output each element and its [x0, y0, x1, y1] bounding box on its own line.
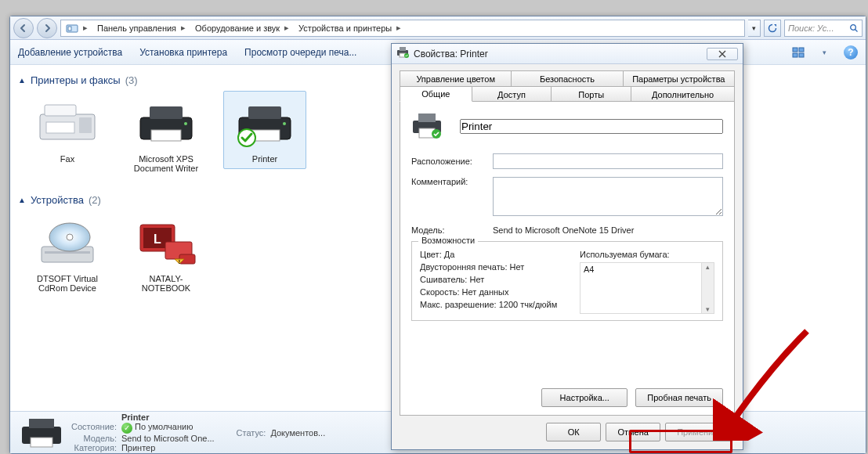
cap-speed: Скорость: Нет данных: [420, 287, 572, 297]
device-item-fax[interactable]: Fax: [26, 91, 109, 169]
tab-general[interactable]: Общие: [400, 86, 472, 102]
cmd-install-printer[interactable]: Установка принтера: [139, 47, 227, 58]
refresh-button[interactable]: [764, 20, 781, 37]
close-button[interactable]: [707, 48, 738, 60]
tab-sharing[interactable]: Доступ: [472, 86, 552, 102]
svg-rect-5: [799, 48, 804, 52]
svg-point-24: [67, 234, 73, 240]
svg-rect-10: [79, 117, 92, 133]
svg-rect-35: [400, 47, 406, 51]
location-input[interactable]: [493, 153, 723, 169]
printer-icon: [128, 96, 204, 153]
details-state-label: Состояние:: [71, 422, 117, 433]
arrow-right-icon: [42, 23, 52, 33]
refresh-icon: [768, 23, 777, 33]
disclosure-icon: ▲: [18, 76, 26, 85]
details-printer-icon: [18, 416, 65, 450]
ok-button[interactable]: ОК: [546, 423, 601, 441]
paper-listbox[interactable]: A4 ▴▾: [580, 262, 714, 314]
view-options-dropdown[interactable]: ▾: [823, 49, 826, 56]
details-status-value: Документов...: [270, 428, 325, 438]
svg-rect-33: [31, 438, 52, 447]
svg-rect-14: [151, 130, 181, 141]
device-label: Printer: [252, 154, 277, 164]
svg-rect-22: [45, 251, 90, 254]
arrow-left-icon: [19, 23, 28, 33]
svg-rect-39: [418, 114, 436, 122]
search-input[interactable]: Поиск: Ус...: [784, 20, 863, 37]
svg-rect-17: [248, 106, 281, 119]
svg-rect-11: [46, 122, 74, 133]
group-printers-count: (3): [125, 74, 138, 86]
capabilities-group: Возможности Цвет: Да Двусторонняя печать…: [411, 241, 723, 321]
details-category-value: Принтер: [121, 443, 215, 452]
printer-default-icon: [227, 96, 302, 153]
location-label: Расположение:: [411, 157, 485, 166]
device-label: NATALY-NOTEBOOK: [127, 274, 205, 293]
cmd-add-device[interactable]: Добавление устройства: [18, 47, 122, 58]
tab-advanced[interactable]: Дополнительно: [631, 86, 735, 102]
tab-ports[interactable]: Порты: [551, 86, 631, 102]
view-icon: [792, 47, 805, 58]
cancel-button[interactable]: Отмена: [606, 423, 660, 441]
test-page-button[interactable]: Пробная печать: [635, 388, 723, 407]
cap-stapler: Сшиватель: Нет: [420, 275, 572, 284]
svg-text:L: L: [154, 232, 161, 246]
svg-rect-9: [45, 105, 76, 116]
svg-text:!: !: [179, 259, 180, 265]
cap-color: Цвет: Да: [420, 250, 572, 259]
view-options-button[interactable]: [790, 45, 807, 60]
cdrom-drive-icon: [30, 216, 105, 272]
details-state-value: По умолчанию: [135, 422, 193, 431]
paper-item: A4: [584, 265, 594, 274]
comment-input[interactable]: [493, 177, 723, 216]
breadcrumb[interactable]: ▸ Панель управления▸ Оборудование и звук…: [60, 20, 745, 37]
printer-large-icon: [411, 113, 443, 139]
model-label: Модель:: [411, 225, 485, 235]
cap-duplex: Двусторонняя печать: Нет: [420, 262, 572, 272]
svg-rect-6: [793, 53, 797, 57]
search-icon: [849, 23, 859, 33]
scrollbar[interactable]: ▴▾: [701, 263, 714, 313]
forward-button[interactable]: [37, 18, 57, 38]
svg-rect-32: [29, 419, 54, 428]
check-icon: ✓: [121, 423, 132, 434]
breadcrumb-control-panel[interactable]: Панель управления: [97, 23, 176, 33]
cmd-view-queue[interactable]: Просмотр очереди печа...: [244, 47, 356, 58]
tab-color-management[interactable]: Управление цветом: [400, 70, 512, 86]
device-item-printer[interactable]: Printer: [223, 91, 306, 169]
svg-rect-4: [793, 48, 797, 52]
dialog-titlebar[interactable]: Свойства: Printer: [392, 44, 743, 64]
dialog-title: Свойства: Printer: [414, 49, 488, 59]
computer-icon: L!: [128, 216, 204, 272]
printer-properties-dialog: Свойства: Printer Управление цветом Безо…: [391, 43, 743, 450]
breadcrumb-devices-printers[interactable]: Устройства и принтеры: [298, 23, 392, 33]
group-printers-label: Принтеры и факсы: [31, 74, 121, 86]
back-button[interactable]: [13, 18, 34, 38]
device-item-xps[interactable]: Microsoft XPS Document Writer: [125, 91, 208, 178]
printer-small-icon: [396, 47, 409, 60]
devices-folder-icon: [66, 22, 78, 34]
details-name: Printer: [121, 413, 215, 422]
paper-label: Используемая бумага:: [580, 250, 714, 259]
cap-maxres: Макс. разрешение: 1200 тчк/дюйм: [420, 300, 572, 309]
device-label: Microsoft XPS Document Writer: [127, 154, 205, 173]
device-item-nataly[interactable]: L! NATALY-NOTEBOOK: [125, 211, 208, 298]
group-devices-count: (2): [89, 194, 101, 206]
model-value: Send to Microsoft OneNote 15 Driver: [493, 225, 634, 235]
tab-page-general: Расположение: Комментарий: Модель: Send …: [400, 101, 735, 416]
device-label: DTSOFT Virtual CdRom Device: [28, 274, 107, 293]
printer-name-input[interactable]: [460, 119, 723, 134]
comment-label: Комментарий:: [411, 177, 485, 186]
tab-security[interactable]: Безопасность: [511, 70, 623, 86]
breadcrumb-dropdown[interactable]: ▾: [748, 20, 761, 37]
device-item-dtsoft[interactable]: DTSOFT Virtual CdRom Device: [26, 211, 109, 298]
help-button[interactable]: ?: [844, 45, 858, 59]
dialog-button-row: ОК Отмена Применить: [392, 416, 743, 448]
apply-button[interactable]: Применить: [665, 423, 733, 441]
settings-button[interactable]: Настройка...: [541, 388, 627, 407]
group-devices-label: Устройства: [31, 194, 84, 206]
tab-device-settings[interactable]: Параметры устройства: [623, 70, 735, 86]
breadcrumb-hardware-sound[interactable]: Оборудование и звук: [195, 23, 280, 33]
details-model-value: Send to Microsoft One...: [121, 434, 215, 443]
